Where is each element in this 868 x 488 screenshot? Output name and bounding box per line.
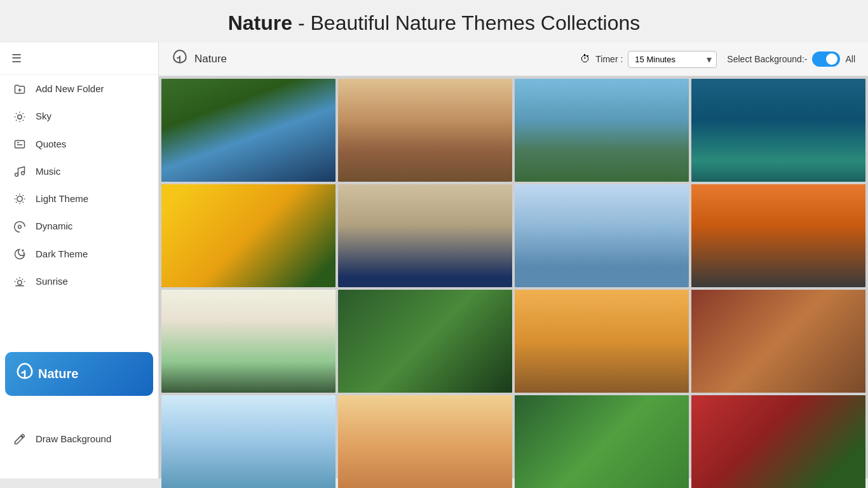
- draw-background-label: Draw Background: [36, 433, 111, 444]
- all-label: All: [845, 54, 855, 64]
- svg-rect-35: [515, 290, 689, 393]
- sidebar-item-nature[interactable]: Nature: [5, 352, 153, 396]
- toggle-track[interactable]: [812, 51, 840, 67]
- grid-image-15[interactable]: [515, 395, 689, 488]
- grid-image-13[interactable]: [161, 395, 336, 488]
- svg-point-43: [372, 409, 479, 488]
- svg-rect-37: [691, 290, 865, 393]
- svg-rect-48: [691, 395, 865, 488]
- svg-point-21: [191, 194, 278, 283]
- sidebar-item-quotes[interactable]: Quotes: [0, 130, 158, 158]
- grid-image-3[interactable]: [515, 79, 689, 182]
- svg-rect-15: [515, 79, 689, 182]
- sidebar-item-light-theme[interactable]: Light Theme: [0, 185, 158, 212]
- sidebar-item-sky[interactable]: Sky: [0, 102, 158, 130]
- quotes-label: Quotes: [36, 139, 66, 149]
- toggle-wrapper[interactable]: [812, 51, 840, 67]
- sidebar-item-add-folder[interactable]: Add New Folder: [0, 75, 158, 102]
- svg-point-36: [568, 290, 635, 358]
- bg-section: Select Background:- All: [727, 51, 855, 67]
- grid-image-9[interactable]: [161, 290, 336, 393]
- toolbar-nature-icon: [172, 49, 188, 69]
- dark-theme-label: Dark Theme: [36, 248, 88, 259]
- svg-point-34: [455, 297, 512, 365]
- svg-rect-31: [338, 290, 512, 393]
- timer-icon: ⏱: [580, 53, 590, 65]
- svg-point-9: [24, 252, 24, 253]
- dark-theme-icon: [13, 247, 27, 261]
- nature-active-label: Nature: [38, 367, 78, 381]
- sidebar-item-dark-theme[interactable]: Dark Theme: [0, 240, 158, 268]
- sidebar: ☰ Add New Folder Sky: [0, 43, 159, 478]
- svg-point-17: [541, 93, 595, 120]
- svg-point-23: [182, 219, 248, 287]
- svg-point-47: [595, 405, 675, 481]
- quotes-icon: [13, 137, 27, 151]
- svg-point-33: [405, 307, 485, 383]
- grid-image-5[interactable]: [161, 184, 336, 287]
- light-theme-label: Light Theme: [36, 193, 88, 204]
- timer-select[interactable]: 5 Minutes 10 Minutes 15 Minutes 30 Minut…: [628, 51, 717, 68]
- grid-image-2[interactable]: [338, 79, 512, 182]
- svg-point-5: [22, 172, 25, 175]
- svg-point-8: [22, 250, 24, 251]
- svg-point-6: [17, 196, 22, 201]
- timer-select-wrapper: 5 Minutes 10 Minutes 15 Minutes 30 Minut…: [628, 51, 717, 68]
- music-icon: [13, 165, 27, 178]
- grid-image-4[interactable]: [691, 79, 865, 182]
- svg-point-4: [15, 173, 18, 177]
- svg-rect-18: [691, 79, 865, 182]
- sidebar-item-dynamic[interactable]: Dynamic: [0, 212, 158, 240]
- svg-point-49: [712, 402, 778, 444]
- svg-point-30: [188, 304, 268, 358]
- timer-section: ⏱ Timer : 5 Minutes 10 Minutes 15 Minute…: [580, 51, 717, 68]
- timer-label: Timer :: [595, 54, 623, 64]
- sidebar-item-music[interactable]: Music: [0, 158, 158, 185]
- nature-active-icon: [15, 362, 29, 386]
- grid-image-10[interactable]: [338, 290, 512, 393]
- svg-point-38: [778, 297, 845, 338]
- svg-point-28: [755, 187, 802, 236]
- toolbar-title: Nature: [194, 53, 227, 65]
- grid-image-6[interactable]: [338, 184, 512, 287]
- sidebar-item-draw-background[interactable]: Draw Background: [0, 425, 158, 452]
- grid-image-8[interactable]: [691, 184, 865, 287]
- svg-rect-12: [161, 79, 336, 182]
- hamburger-icon[interactable]: ☰: [11, 52, 22, 65]
- svg-rect-26: [515, 184, 689, 287]
- grid-image-7[interactable]: [515, 184, 689, 287]
- svg-point-41: [248, 405, 315, 440]
- sunrise-icon: [13, 274, 27, 288]
- grid-image-11[interactable]: [515, 290, 689, 393]
- svg-rect-29: [161, 290, 336, 393]
- sidebar-header: ☰: [0, 43, 158, 75]
- svg-rect-39: [161, 395, 336, 488]
- svg-point-46: [522, 416, 616, 488]
- svg-point-16: [622, 86, 649, 113]
- dynamic-icon: [13, 219, 27, 233]
- svg-rect-45: [515, 395, 689, 488]
- grid-image-1[interactable]: [161, 79, 336, 182]
- svg-rect-42: [338, 395, 512, 488]
- grid-image-14[interactable]: [338, 395, 512, 488]
- toolbar: Nature ⏱ Timer : 5 Minutes 10 Minutes 15…: [159, 43, 868, 76]
- bg-label: Select Background:-: [727, 54, 807, 64]
- grid-image-12[interactable]: [691, 290, 865, 393]
- svg-point-19: [782, 86, 802, 106]
- add-folder-icon: [13, 82, 27, 95]
- svg-rect-25: [338, 253, 512, 287]
- sidebar-item-sunrise[interactable]: Sunrise: [0, 268, 158, 295]
- page-title-bar: Nature - Beautiful Nature Themes Collect…: [0, 0, 868, 43]
- svg-point-14: [365, 96, 431, 137]
- toggle-thumb: [826, 53, 837, 65]
- svg-point-44: [351, 430, 405, 488]
- content-area: Nature ⏱ Timer : 5 Minutes 10 Minutes 15…: [159, 43, 868, 478]
- svg-rect-3: [15, 140, 25, 148]
- grid-image-16[interactable]: [691, 395, 865, 488]
- sky-label: Sky: [36, 111, 51, 121]
- svg-rect-27: [691, 184, 865, 287]
- svg-rect-13: [338, 79, 512, 182]
- add-folder-label: Add New Folder: [36, 83, 104, 94]
- svg-point-40: [168, 409, 248, 451]
- light-theme-icon: [13, 192, 27, 205]
